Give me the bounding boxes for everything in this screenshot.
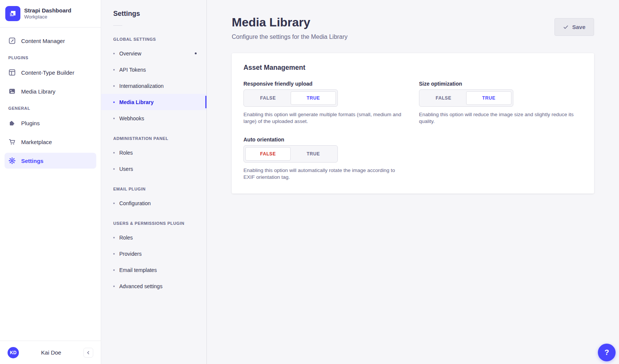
- layout-icon: [8, 69, 16, 76]
- sidebar-item-settings[interactable]: Settings: [5, 153, 96, 169]
- sidebar-item-label: Plugins: [21, 120, 40, 126]
- subnav-section-label: USERS & PERMISSIONS PLUGIN: [113, 221, 206, 226]
- subnav-item-label: Internationalization: [119, 83, 164, 89]
- bullet-icon: [113, 203, 115, 204]
- field-auto-orientation: Auto orientation FALSE TRUE Enabling thi…: [243, 137, 407, 181]
- bullet-icon: [113, 253, 115, 255]
- field-label: Size optimization: [419, 81, 582, 87]
- brand-title: Strapi Dashboard: [24, 7, 71, 14]
- puzzle-icon: [8, 119, 16, 127]
- sidebar-item-label: Content-Type Builder: [21, 69, 74, 76]
- sidebar-item-marketplace[interactable]: Marketplace: [5, 134, 96, 150]
- brand-subtitle: Workplace: [24, 14, 71, 20]
- subnav-item-label: Overview: [119, 51, 141, 57]
- bullet-icon: [113, 101, 115, 103]
- toggle-option-true[interactable]: TRUE: [291, 91, 336, 105]
- subnav-item-email-templates[interactable]: Email templates: [101, 262, 206, 278]
- auto-orientation-toggle[interactable]: FALSE TRUE: [243, 145, 338, 163]
- subnav-item-configuration[interactable]: Configuration: [101, 195, 206, 211]
- subnav-section-label: EMAIL PLUGIN: [113, 187, 206, 191]
- cart-icon: [8, 138, 16, 146]
- bullet-icon: [113, 286, 115, 287]
- toggle-option-false[interactable]: FALSE: [421, 91, 466, 105]
- subnav-section-label: GLOBAL SETTINGS: [113, 37, 206, 41]
- subnav-section-administration-panel: ADMINISTRATION PANEL Roles Users: [101, 136, 206, 177]
- subnav-section-global-settings: GLOBAL SETTINGS Overview API Tokens Inte…: [101, 37, 206, 126]
- subnav-section-label: ADMINISTRATION PANEL: [113, 136, 206, 141]
- subnav-section-email-plugin: EMAIL PLUGIN Configuration: [101, 187, 206, 211]
- gear-icon: [8, 157, 16, 164]
- page-subtitle: Configure the settings for the Media Lib…: [232, 34, 594, 40]
- bullet-icon: [113, 53, 115, 54]
- subnav-title: Settings: [113, 10, 206, 18]
- subnav-item-label: Roles: [119, 235, 133, 241]
- subnav-item-roles-up[interactable]: Roles: [101, 229, 206, 246]
- field-grid: Responsive friendly upload FALSE TRUE En…: [243, 81, 582, 181]
- check-icon: [563, 25, 568, 30]
- subnav-item-api-tokens[interactable]: API Tokens: [101, 61, 206, 78]
- notification-dot-icon: [195, 52, 197, 54]
- toggle-option-true[interactable]: TRUE: [466, 91, 511, 105]
- collapse-sidebar-button[interactable]: [83, 348, 93, 358]
- pen-icon: [8, 37, 16, 45]
- field-label: Auto orientation: [243, 137, 407, 143]
- field-label: Responsive friendly upload: [243, 81, 407, 87]
- field-description: Enabling this option will automatically …: [243, 167, 407, 181]
- bullet-icon: [113, 69, 115, 71]
- sidebar-item-label: Content Manager: [21, 38, 65, 44]
- sidebar-section-plugins: PLUGINS: [5, 55, 96, 60]
- sidebar-section-general: GENERAL: [5, 106, 96, 111]
- avatar[interactable]: KD: [8, 347, 19, 358]
- divider: [113, 25, 122, 26]
- field-responsive-friendly-upload: Responsive friendly upload FALSE TRUE En…: [243, 81, 407, 125]
- toggle-option-false[interactable]: FALSE: [245, 91, 291, 105]
- strapi-logo-icon: [5, 6, 20, 21]
- bullet-icon: [113, 85, 115, 87]
- settings-subnav: Settings GLOBAL SETTINGS Overview API To…: [101, 0, 207, 364]
- subnav-item-label: Roles: [119, 150, 133, 156]
- brand[interactable]: Strapi Dashboard Workplace: [0, 0, 101, 27]
- sidebar-item-media-library[interactable]: Media Library: [5, 83, 96, 99]
- size-optimization-toggle[interactable]: FALSE TRUE: [419, 89, 513, 107]
- save-button[interactable]: Save: [554, 18, 594, 36]
- field-description: Enabling this option will generate multi…: [243, 111, 407, 125]
- subnav-item-label: Advanced settings: [119, 283, 162, 289]
- subnav-item-users[interactable]: Users: [101, 161, 206, 177]
- subnav-item-label: API Tokens: [119, 67, 146, 73]
- subnav-item-internationalization[interactable]: Internationalization: [101, 78, 206, 94]
- subnav-item-webhooks[interactable]: Webhooks: [101, 110, 206, 126]
- subnav-item-label: Webhooks: [119, 115, 144, 121]
- toggle-option-false[interactable]: FALSE: [245, 147, 291, 161]
- subnav-item-overview[interactable]: Overview: [101, 45, 206, 61]
- subnav-item-roles-admin[interactable]: Roles: [101, 144, 206, 161]
- picture-icon: [8, 88, 16, 95]
- sidebar-item-content-manager[interactable]: Content Manager: [5, 33, 96, 49]
- brand-text: Strapi Dashboard Workplace: [24, 7, 71, 20]
- bullet-icon: [113, 237, 115, 238]
- help-button[interactable]: ?: [598, 344, 616, 361]
- user-name: Kai Doe: [19, 349, 83, 356]
- subnav-item-label: Providers: [119, 251, 142, 257]
- page-header: Media Library Configure the settings for…: [232, 0, 594, 40]
- page-title: Media Library: [232, 16, 594, 29]
- responsive-upload-toggle[interactable]: FALSE TRUE: [243, 89, 338, 107]
- main-sidebar: Strapi Dashboard Workplace Content Manag…: [0, 0, 101, 364]
- subnav-item-label: Configuration: [119, 200, 151, 206]
- subnav-item-providers[interactable]: Providers: [101, 246, 206, 262]
- subnav-item-advanced-settings[interactable]: Advanced settings: [101, 278, 206, 294]
- field-size-optimization: Size optimization FALSE TRUE Enabling th…: [419, 81, 582, 125]
- card-title: Asset Management: [243, 64, 582, 72]
- subnav-item-label: Users: [119, 166, 133, 172]
- subnav-item-label: Media Library: [119, 99, 154, 105]
- field-description: Enabling this option will reduce the ima…: [419, 111, 582, 125]
- subnav-item-label: Email templates: [119, 267, 157, 273]
- sidebar-nav: Content Manager PLUGINS Content-Type Bui…: [0, 28, 101, 341]
- sidebar-item-label: Media Library: [21, 88, 55, 95]
- sidebar-item-content-type-builder[interactable]: Content-Type Builder: [5, 65, 96, 80]
- bullet-icon: [113, 168, 115, 170]
- toggle-option-true[interactable]: TRUE: [291, 147, 336, 161]
- subnav-item-media-library[interactable]: Media Library: [101, 94, 206, 110]
- chevron-left-icon: [86, 350, 91, 355]
- sidebar-item-plugins[interactable]: Plugins: [5, 115, 96, 131]
- content-area: Media Library Configure the settings for…: [207, 0, 619, 364]
